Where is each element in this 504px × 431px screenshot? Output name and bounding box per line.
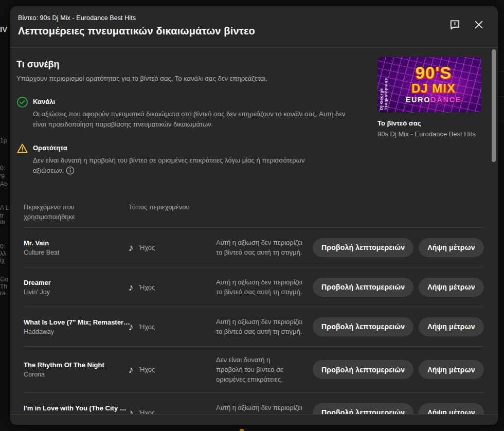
your-video-card: 90'S DJ MIX EURODANCE Dj George Tsagkato… xyxy=(377,57,481,191)
claim-status: Αυτή η αξίωση δεν περιορίζει το βίντεό σ… xyxy=(216,238,313,257)
claim-status: Αυτή η αξίωση δεν περιορίζει το βίντεό σ… xyxy=(216,317,313,336)
video-thumbnail: 90'S DJ MIX EURODANCE Dj George Tsagkato… xyxy=(377,57,481,113)
music-note-icon: ♪ xyxy=(129,365,134,374)
bg-row-divider xyxy=(498,96,504,97)
claims-table: Περιεχόμενο που χρησιμοποιήθηκε Τύπος πε… xyxy=(24,202,483,414)
what-happened-section: Τι συνέβη Υπάρχουν περιορισμοί ορατότητα… xyxy=(10,48,498,191)
view-details-button[interactable]: Προβολή λεπτομερειών xyxy=(313,317,413,336)
section-description: Υπάρχουν περιορισμοί ορατότητας για το β… xyxy=(16,75,367,82)
thumbnail-credit: Dj George Tsagkatopulos xyxy=(379,57,388,110)
song-title: What Is Love (7" Mix; Remaster… xyxy=(24,318,129,326)
info-icon[interactable] xyxy=(66,166,75,178)
column-header-content-type: Τύπος περιεχομένου xyxy=(129,202,216,222)
song-artist: Culture Beat xyxy=(24,249,129,256)
content-type-label: Ήχος xyxy=(139,409,155,415)
song-artist: Corona xyxy=(24,371,129,378)
close-icon xyxy=(473,24,484,32)
music-note-icon: ♪ xyxy=(129,243,134,253)
your-video-title: 90s Dj Mix - Eurodance Best Hits xyxy=(377,130,481,138)
claim-status: Δεν είναι δυνατή η προβολή του βίντεο σε… xyxy=(216,355,301,384)
close-button[interactable] xyxy=(472,18,485,31)
music-note-icon: ♪ xyxy=(129,408,134,415)
bg-text-fragment: 0: xyxy=(0,165,5,172)
take-action-button[interactable]: Λήψη μέτρων xyxy=(419,317,483,336)
bg-text-fragment: ra xyxy=(0,290,6,297)
take-action-button[interactable]: Λήψη μέτρων xyxy=(419,360,483,379)
content-type-label: Ήχος xyxy=(139,323,155,331)
thumbnail-text: DJ MIX xyxy=(411,81,456,96)
view-details-button[interactable]: Προβολή λεπτομερειών xyxy=(313,403,413,415)
bg-text-fragment: λλ xyxy=(0,250,6,257)
dialog-title: Λεπτομέρειες πνευματικών δικαιωμάτων βίν… xyxy=(18,25,488,37)
take-action-button[interactable]: Λήψη μέτρων xyxy=(419,238,483,257)
song-artist: BKS xyxy=(24,414,129,415)
song-artist: Haddaway xyxy=(24,328,129,335)
channel-status-title: Κανάλι xyxy=(33,98,348,105)
channel-status-text: Οι αξιώσεις που αφορούν πνευματικά δικαι… xyxy=(33,109,348,130)
visibility-status-item: Ορατότητα Δεν είναι δυνατή η προβολή του… xyxy=(16,142,367,178)
claim-status: Αυτή η αξίωση δεν περιορίζει το βίντεό σ… xyxy=(216,403,313,414)
bg-text-fragment: iχ xyxy=(0,257,5,264)
check-circle-icon xyxy=(16,96,28,130)
thumbnail-text: EURODANCE xyxy=(406,95,461,104)
bg-text-fragment: A L xyxy=(0,204,9,211)
claims-table-header: Περιεχόμενο που χρησιμοποιήθηκε Τύπος πε… xyxy=(24,202,483,227)
bg-text-fragment: Go xyxy=(0,276,8,283)
scrollbar[interactable] xyxy=(492,49,496,162)
visibility-status-text: Δεν είναι δυνατή η προβολή του βίντεο σε… xyxy=(33,155,315,178)
music-note-icon: ♪ xyxy=(129,282,134,292)
bg-text-fragment: tr xyxy=(0,212,4,219)
warning-triangle-icon xyxy=(16,142,28,178)
content-type-label: Ήχος xyxy=(139,366,155,373)
bg-text-fragment: Th xyxy=(0,283,7,290)
copyright-details-dialog: Βίντεο: 90s Dj Mix - Eurodance Best Hits… xyxy=(10,6,498,425)
send-feedback-button[interactable] xyxy=(448,17,462,31)
dialog-header: Βίντεο: 90s Dj Mix - Eurodance Best Hits… xyxy=(10,6,498,48)
table-row: I'm in Love with You (The City …BKS ♪Ήχο… xyxy=(24,392,483,414)
song-artist: Livin' Joy xyxy=(24,289,129,296)
table-row: The Rhythm Of The NightCorona ♪Ήχος Δεν … xyxy=(24,346,483,392)
channel-status-item: Κανάλι Οι αξιώσεις που αφορούν πνευματικ… xyxy=(16,96,367,130)
feedback-bubble-icon xyxy=(449,24,461,32)
visibility-status-title: Ορατότητα xyxy=(33,144,315,152)
claim-status: Αυτή η αξίωση δεν περιορίζει το βίντεό σ… xyxy=(216,277,313,297)
take-action-button[interactable]: Λήψη μέτρων xyxy=(419,403,483,415)
content-type-label: Ήχος xyxy=(139,244,155,252)
bg-text-fragment: '9 xyxy=(0,173,5,180)
bg-text-fragment: Ab xyxy=(0,181,8,188)
view-details-button[interactable]: Προβολή λεπτομερειών xyxy=(313,360,413,379)
table-row: Mr. VainCulture Beat ♪Ήχος Αυτή η αξίωση… xyxy=(24,227,483,267)
dialog-body: Τι συνέβη Υπάρχουν περιορισμοί ορατότητα… xyxy=(10,48,498,414)
bg-text-fragment: 1ρ xyxy=(0,137,7,144)
song-title: Mr. Vain xyxy=(24,239,129,247)
song-title: The Rhythm Of The Night xyxy=(24,361,129,369)
bg-text-fragment: 0: xyxy=(0,243,5,250)
song-title: Dreamer xyxy=(24,279,129,286)
header-actions xyxy=(448,17,485,31)
view-details-button[interactable]: Προβολή λεπτομερειών xyxy=(313,278,413,297)
dialog-footer xyxy=(10,414,498,425)
bg-text-fragment: IV xyxy=(0,25,7,33)
view-details-button[interactable]: Προβολή λεπτομερειών xyxy=(313,238,413,257)
bg-row-divider xyxy=(498,121,504,121)
bg-warning-tick xyxy=(240,429,244,431)
table-row: DreamerLivin' Joy ♪Ήχος Αυτή η αξίωση δε… xyxy=(24,267,483,307)
column-header-content-used: Περιεχόμενο που χρησιμοποιήθηκε xyxy=(24,202,101,222)
bg-text-fragment: ib xyxy=(0,219,5,226)
bg-row-divider xyxy=(498,71,504,72)
section-heading: Τι συνέβη xyxy=(16,59,367,70)
song-title: I'm in Love with You (The City … xyxy=(24,404,129,412)
thumbnail-text: 90'S xyxy=(416,65,452,81)
music-note-icon: ♪ xyxy=(129,322,134,332)
take-action-button[interactable]: Λήψη μέτρων xyxy=(419,278,483,297)
your-video-label: Το βίντεό σας xyxy=(377,119,481,127)
table-row: What Is Love (7" Mix; Remaster…Haddaway … xyxy=(24,307,483,346)
video-eyebrow: Βίντεο: 90s Dj Mix - Eurodance Best Hits xyxy=(18,14,488,22)
content-type-label: Ήχος xyxy=(139,283,155,291)
